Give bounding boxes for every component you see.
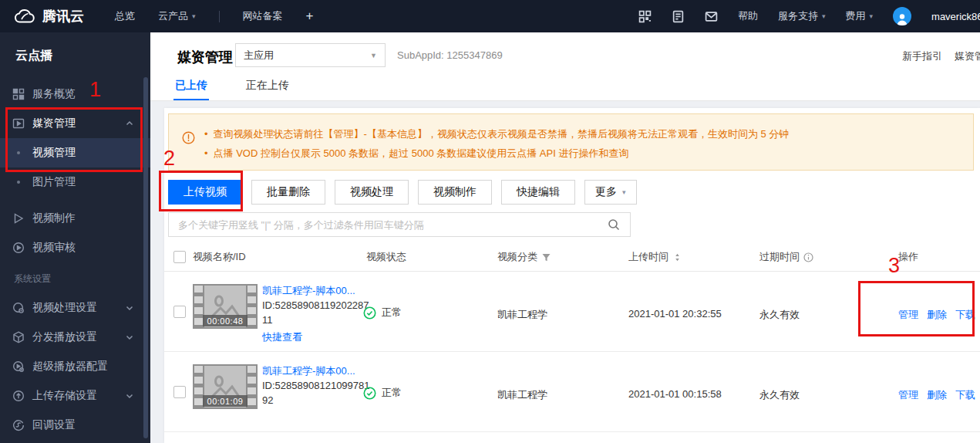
- process-gear-icon: [12, 302, 25, 314]
- grid-icon: [12, 88, 25, 100]
- user-avatar[interactable]: [893, 7, 911, 25]
- actions-cell: 管理 删除 下载: [898, 388, 975, 402]
- upload-circle-icon: [12, 390, 25, 402]
- expire-cell: 永久有效: [759, 388, 800, 402]
- quick-edit-button[interactable]: 快捷编辑: [501, 180, 575, 205]
- manage-link[interactable]: 管理: [898, 308, 918, 322]
- nav-icp-filing[interactable]: 网站备案: [243, 9, 283, 23]
- quick-view-link[interactable]: 快捷查看: [262, 330, 370, 344]
- name-cell: 凯菲工程学-脚本00... ID:5285890812109978192: [262, 364, 370, 407]
- video-table: 视频名称/ID 视频状态 视频分类 上传时间 过期时间 操作: [164, 243, 980, 443]
- chevron-down-icon: ▾: [622, 188, 626, 196]
- page-header: 媒资管理 主应用 ▼ SubAppId: 1255347869 新手指引 媒资管…: [150, 32, 980, 101]
- nav-overview[interactable]: 总览: [115, 9, 135, 23]
- bullet-dot: [17, 181, 20, 184]
- search-input[interactable]: [169, 219, 608, 231]
- app-select-dropdown[interactable]: 主应用 ▼: [235, 43, 386, 67]
- col-header-upload-time: 上传时间: [628, 250, 682, 264]
- media-play-icon: [12, 117, 25, 130]
- sidebar-item-video-processing-settings[interactable]: 视频处理设置: [0, 293, 150, 323]
- status-ok-icon: [363, 387, 376, 400]
- nav-help[interactable]: 帮助: [738, 9, 758, 23]
- tab-uploaded[interactable]: 已上传: [173, 71, 209, 100]
- video-thumbnail[interactable]: 00:00:48: [193, 284, 258, 329]
- play-triangle-icon: [12, 212, 25, 225]
- document-icon[interactable]: [672, 10, 685, 23]
- category-cell: 凯菲工程学: [497, 388, 547, 402]
- manage-link[interactable]: 管理: [898, 388, 918, 402]
- video-duration: 00:01:09: [203, 395, 248, 407]
- toolbar: 上传视频 批量删除 视频处理 视频制作 快捷编辑 更多 ▾: [168, 180, 637, 205]
- sidebar-item-video-production[interactable]: 视频制作: [0, 204, 150, 233]
- sort-icon[interactable]: [672, 252, 682, 262]
- more-button[interactable]: 更多 ▾: [584, 180, 637, 205]
- info-icon[interactable]: [803, 252, 813, 262]
- content-card: •查询视频处理状态请前往【管理】-【基本信息】，视频状态仅表示视频是否禁播，禁播…: [164, 108, 980, 443]
- bullet: •: [204, 128, 208, 140]
- row-checkbox[interactable]: [173, 386, 186, 398]
- video-name-link[interactable]: 凯菲工程学-脚本00...: [262, 283, 370, 298]
- nav-products[interactable]: 云产品 ▾: [158, 9, 196, 23]
- nav-support[interactable]: 服务支持 ▾: [778, 9, 826, 23]
- search-icon[interactable]: [608, 218, 620, 231]
- spacer: [0, 197, 150, 204]
- tabs: 已上传 正在上传: [173, 71, 291, 100]
- account-name[interactable]: maverick86@: [931, 11, 980, 22]
- video-duration: 00:00:48: [203, 315, 248, 326]
- status-text: 正常: [382, 306, 402, 320]
- sidebar-item-video-review[interactable]: 视频审核: [0, 233, 150, 262]
- table-header: 视频名称/ID 视频状态 视频分类 上传时间 过期时间 操作: [164, 243, 980, 272]
- sidebar-item-image-management[interactable]: 图片管理: [0, 167, 150, 197]
- filter-icon[interactable]: [541, 252, 551, 262]
- video-thumbnail[interactable]: 00:01:09: [193, 364, 258, 409]
- logo-text: 腾讯云: [42, 7, 84, 25]
- qr-scan-icon[interactable]: [638, 10, 652, 23]
- download-link[interactable]: 下载: [955, 308, 975, 322]
- table-row-2: 00:01:09 凯菲工程学-脚本00... ID:52858908121099…: [164, 352, 980, 432]
- main-area: 媒资管理 主应用 ▼ SubAppId: 1255347869 新手指引 媒资管…: [150, 32, 980, 443]
- banner-line-2: •点播 VOD 控制台仅展示 5000 条数据，超过 5000 条数据建议使用云…: [204, 144, 973, 163]
- nav-billing[interactable]: 费用 ▾: [846, 9, 874, 23]
- chevron-down-icon: [126, 392, 133, 400]
- sidebar-scrollbar[interactable]: [143, 77, 148, 438]
- sidebar-item-upload-storage-settings[interactable]: 上传存储设置: [0, 381, 150, 411]
- sidebar-item-distribution-playback-settings[interactable]: 分发播放设置: [0, 323, 150, 352]
- download-link[interactable]: 下载: [955, 388, 975, 402]
- batch-delete-button[interactable]: 批量删除: [251, 180, 325, 205]
- chevron-down-icon: ▾: [870, 12, 874, 20]
- col-header-category: 视频分类: [497, 250, 551, 264]
- sidebar-item-super-player-config[interactable]: 超级播放器配置: [0, 352, 150, 381]
- circle-play-icon: [12, 242, 25, 254]
- beginner-guide-link[interactable]: 新手指引: [902, 49, 942, 63]
- tab-uploading[interactable]: 正在上传: [244, 71, 291, 100]
- chevron-down-icon: [126, 304, 133, 312]
- header-checkbox[interactable]: [173, 251, 186, 263]
- mail-icon[interactable]: [705, 10, 718, 23]
- sidebar-item-video-management[interactable]: 视频管理: [0, 138, 150, 167]
- delete-link[interactable]: 删除: [927, 388, 947, 402]
- tencent-cloud-logo[interactable]: 腾讯云: [14, 7, 84, 25]
- delete-link[interactable]: 删除: [927, 308, 947, 322]
- video-id: ID:5285890811920228711: [262, 298, 370, 327]
- warning-banner: •查询视频处理状态请前往【管理】-【基本信息】，视频状态仅表示视频是否禁播，禁播…: [168, 113, 974, 171]
- upload-video-button[interactable]: 上传视频: [168, 180, 242, 205]
- top-nav: 总览 云产品 ▾ 网站备案 +: [115, 8, 313, 24]
- media-guide-link[interactable]: 媒资管: [955, 49, 980, 63]
- filmstrip-right: [248, 286, 256, 327]
- video-process-button[interactable]: 视频处理: [335, 180, 409, 205]
- status-cell: 正常: [363, 386, 402, 400]
- sidebar-item-service-overview[interactable]: 服务概览: [0, 79, 150, 109]
- sidebar-item-callback-settings[interactable]: 回调设置: [0, 411, 150, 440]
- bullet: •: [204, 147, 208, 159]
- banner-lines: •查询视频处理状态请前往【管理】-【基本信息】，视频状态仅表示视频是否禁播，禁播…: [204, 124, 973, 163]
- filmstrip-left: [194, 366, 203, 407]
- chevron-down-icon: ▼: [370, 52, 377, 59]
- row-checkbox[interactable]: [173, 306, 186, 318]
- subappid-label: SubAppId: 1255347869: [397, 49, 503, 61]
- nav-add-shortcut[interactable]: +: [306, 8, 314, 24]
- video-name-link[interactable]: 凯菲工程学-脚本00...: [262, 364, 370, 378]
- status-cell: 正常: [363, 306, 402, 320]
- sidebar: 云点播 服务概览 媒资管理 视频管理 图片管理 视频制作 视频审核 系统设: [0, 32, 150, 443]
- video-make-button[interactable]: 视频制作: [418, 180, 492, 205]
- sidebar-item-media-management[interactable]: 媒资管理: [0, 109, 150, 138]
